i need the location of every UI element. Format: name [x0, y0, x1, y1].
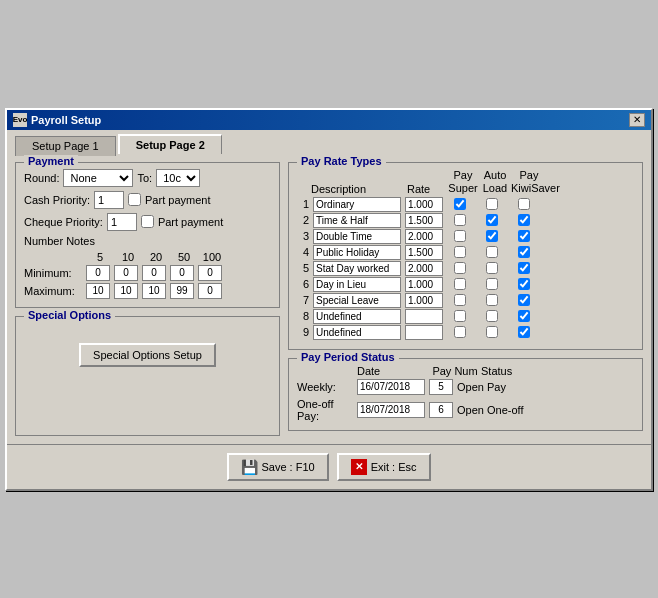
col-20: 20	[142, 251, 170, 263]
rate-input-1[interactable]	[405, 197, 443, 212]
max-5[interactable]	[86, 283, 110, 299]
auto-load-cb-3[interactable]	[486, 230, 498, 242]
tab-page2[interactable]: Setup Page 2	[118, 134, 222, 154]
row-num-8: 8	[297, 310, 309, 322]
pay-super-cb-8[interactable]	[454, 310, 466, 322]
rate-input-6[interactable]	[405, 277, 443, 292]
auto-load-cb-4[interactable]	[486, 246, 498, 258]
max-20[interactable]	[142, 283, 166, 299]
rate-input-2[interactable]	[405, 213, 443, 228]
min-5[interactable]	[86, 265, 110, 281]
payment-group: Payment Round: None To: 10c Cash Priorit…	[15, 162, 280, 308]
minimum-label: Minimum:	[24, 267, 86, 279]
desc-input-6[interactable]	[313, 277, 401, 292]
max-10[interactable]	[114, 283, 138, 299]
exit-label: Exit : Esc	[371, 461, 417, 473]
desc-input-9[interactable]	[313, 325, 401, 340]
min-10[interactable]	[114, 265, 138, 281]
auto-load-cb-8[interactable]	[486, 310, 498, 322]
pay-super-cb-4[interactable]	[454, 246, 466, 258]
auto-load-cb-5[interactable]	[486, 262, 498, 274]
save-label: Save : F10	[261, 461, 314, 473]
save-button[interactable]: 💾 Save : F10	[227, 453, 328, 481]
kiwisaver-cb-3[interactable]	[518, 230, 530, 242]
rate-input-4[interactable]	[405, 245, 443, 260]
desc-input-5[interactable]	[313, 261, 401, 276]
rate-input-9[interactable]	[405, 325, 443, 340]
rate-input-3[interactable]	[405, 229, 443, 244]
pay-super-cb-3[interactable]	[454, 230, 466, 242]
weekly-num-input[interactable]: 5	[429, 379, 453, 395]
auto-load-cb-9[interactable]	[486, 326, 498, 338]
desc-input-2[interactable]	[313, 213, 401, 228]
oneoff-num-input[interactable]: 6	[429, 402, 453, 418]
auto-load-cb-7[interactable]	[486, 294, 498, 306]
rate-row-1: 1	[297, 197, 634, 212]
weekly-label: Weekly:	[297, 381, 353, 393]
col-header-description: Description	[311, 183, 407, 195]
pay-super-cb-9[interactable]	[454, 326, 466, 338]
desc-input-1[interactable]	[313, 197, 401, 212]
max-100[interactable]	[198, 283, 222, 299]
pay-super-cb-5[interactable]	[454, 262, 466, 274]
special-options-setup-button[interactable]: Special Options Setup	[79, 343, 216, 367]
cash-part-payment-checkbox[interactable]	[128, 193, 141, 206]
kiwisaver-cb-4[interactable]	[518, 246, 530, 258]
rate-row-4: 4	[297, 245, 634, 260]
auto-load-cb-1[interactable]	[486, 198, 498, 210]
weekly-status: Open Pay	[457, 381, 506, 393]
rate-input-5[interactable]	[405, 261, 443, 276]
cash-priority-input[interactable]: 1	[94, 191, 124, 209]
min-20[interactable]	[142, 265, 166, 281]
pay-super-cb-6[interactable]	[454, 278, 466, 290]
auto-load-cb-6[interactable]	[486, 278, 498, 290]
pay-super-cb-2[interactable]	[454, 214, 466, 226]
pay-super-cb-7[interactable]	[454, 294, 466, 306]
desc-input-4[interactable]	[313, 245, 401, 260]
left-panel: Payment Round: None To: 10c Cash Priorit…	[15, 162, 280, 436]
desc-input-8[interactable]	[313, 309, 401, 324]
kiwisaver-cb-7[interactable]	[518, 294, 530, 306]
cheque-part-payment-checkbox[interactable]	[141, 215, 154, 228]
cheque-priority-input[interactable]: 1	[107, 213, 137, 231]
kiwisaver-cb-8[interactable]	[518, 310, 530, 322]
col-header-auto-load: AutoLoad	[479, 169, 511, 195]
main-window: Evo Payroll Setup ✕ Setup Page 1 Setup P…	[5, 108, 653, 491]
close-button[interactable]: ✕	[629, 113, 645, 127]
col-header-pay-super: PaySuper	[447, 169, 479, 195]
maximum-label: Maximum:	[24, 285, 86, 297]
pp-col-paynum: Pay Num	[429, 365, 481, 377]
kiwisaver-cb-5[interactable]	[518, 262, 530, 274]
row-num-7: 7	[297, 294, 309, 306]
exit-button[interactable]: ✕ Exit : Esc	[337, 453, 431, 481]
rate-row-3: 3	[297, 229, 634, 244]
rate-rows-container: 123456789	[297, 197, 634, 340]
window-title: Payroll Setup	[31, 114, 101, 126]
max-50[interactable]	[170, 283, 194, 299]
rate-row-6: 6	[297, 277, 634, 292]
oneoff-date-input[interactable]: 18/07/2018	[357, 402, 425, 418]
kiwisaver-cb-2[interactable]	[518, 214, 530, 226]
row-num-9: 9	[297, 326, 309, 338]
min-100[interactable]	[198, 265, 222, 281]
rate-input-8[interactable]	[405, 309, 443, 324]
desc-input-3[interactable]	[313, 229, 401, 244]
kiwisaver-cb-6[interactable]	[518, 278, 530, 290]
desc-input-7[interactable]	[313, 293, 401, 308]
rate-input-7[interactable]	[405, 293, 443, 308]
to-select[interactable]: 10c	[156, 169, 200, 187]
col-5: 5	[86, 251, 114, 263]
round-select[interactable]: None	[63, 169, 133, 187]
pay-period-status-label: Pay Period Status	[297, 351, 399, 363]
app-icon: Evo	[13, 113, 27, 127]
kiwisaver-cb-9[interactable]	[518, 326, 530, 338]
min-50[interactable]	[170, 265, 194, 281]
tab-page1[interactable]: Setup Page 1	[15, 136, 116, 156]
row-num-6: 6	[297, 278, 309, 290]
weekly-date-input[interactable]: 16/07/2018	[357, 379, 425, 395]
pay-super-cb-1[interactable]	[454, 198, 466, 210]
number-notes-section: Number Notes 5 10 20 50 100 Minimum:	[24, 235, 271, 299]
rate-row-8: 8	[297, 309, 634, 324]
kiwisaver-cb-1[interactable]	[518, 198, 530, 210]
auto-load-cb-2[interactable]	[486, 214, 498, 226]
